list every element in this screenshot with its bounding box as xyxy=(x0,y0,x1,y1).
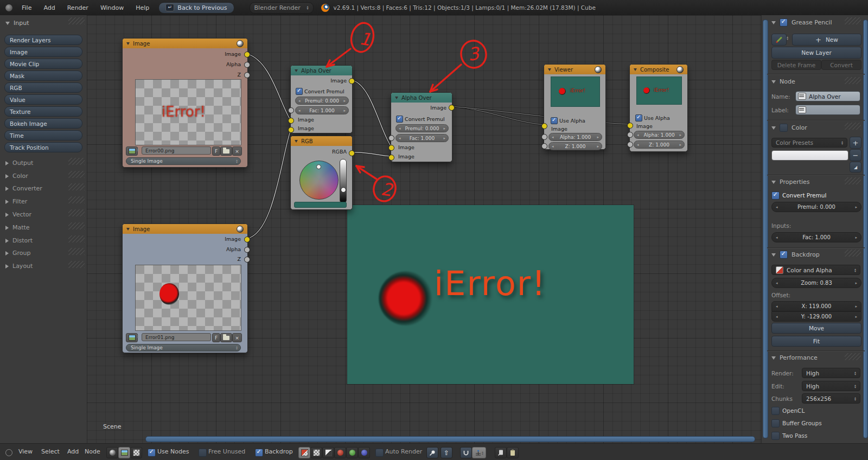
backdrop-channel-dropdown[interactable]: Color and Alpha ▴▾ xyxy=(771,265,860,275)
node-image-error00[interactable]: Image Image Alpha Z iError! ▴▾ Error00.p… xyxy=(122,38,248,168)
color-preset-remove-button[interactable]: − xyxy=(850,149,861,161)
backdrop-offset-y-slider[interactable]: ◂Y: -129.000▸ xyxy=(771,311,861,322)
gp-convert-button[interactable]: Convert xyxy=(821,60,861,70)
color-preset-add-button[interactable]: + xyxy=(850,137,861,149)
panel-distort-header[interactable]: Distort xyxy=(5,237,33,244)
socket-image-output[interactable] xyxy=(244,237,250,242)
node-alpha-over-1[interactable]: Alpha Over Image Convert Premul ◂Premul:… xyxy=(290,65,353,133)
panel-drag-hatch[interactable] xyxy=(68,235,85,242)
node-image-error01-header[interactable]: Image xyxy=(123,224,247,234)
backdrop-red-channel-button[interactable] xyxy=(334,447,346,458)
panel-vector-header[interactable]: Vector xyxy=(5,211,31,218)
rgb-color-swatch[interactable] xyxy=(294,202,347,208)
backdrop-panel-header[interactable]: Backdrop xyxy=(771,251,820,259)
panel-output-header[interactable]: Output xyxy=(5,159,33,167)
panel-layout-header[interactable]: Layout xyxy=(5,263,33,270)
node-label-field[interactable] xyxy=(795,105,860,115)
socket-rgba-output[interactable] xyxy=(349,150,355,156)
panel-drag-hatch[interactable] xyxy=(68,222,85,229)
chunks-dropdown[interactable]: 256x256 ▴▾ xyxy=(802,393,860,404)
auto-render-checkbox[interactable] xyxy=(375,449,384,457)
add-node-value-button[interactable]: Value xyxy=(4,94,82,105)
socket-image-output[interactable] xyxy=(244,52,250,58)
node-viewer[interactable]: Viewer iError! Use Alpha Image ◂Alpha: 1… xyxy=(544,64,606,150)
image-source-dropdown[interactable]: Single Image ▴▾ xyxy=(126,157,241,165)
node-image-error00-header[interactable]: Image xyxy=(123,39,247,48)
blender-menu-icon[interactable] xyxy=(5,4,12,11)
menu-add[interactable]: Add xyxy=(37,4,61,11)
panel-drag-hatch[interactable] xyxy=(68,248,85,255)
menu-window[interactable]: Window xyxy=(94,4,130,11)
shader-nodes-button[interactable] xyxy=(106,447,118,458)
horizontal-scrollbar[interactable] xyxy=(145,436,755,442)
preview-sphere-icon[interactable] xyxy=(237,40,244,47)
use-alpha-checkbox[interactable] xyxy=(551,117,558,124)
collapse-triangle-icon[interactable] xyxy=(126,228,130,231)
gp-new-button[interactable]: + New xyxy=(792,34,861,46)
socket-alpha-input[interactable] xyxy=(541,134,547,140)
socket-image-input[interactable] xyxy=(627,123,633,129)
free-unused-checkbox[interactable] xyxy=(199,449,207,457)
value-slider[interactable] xyxy=(340,159,347,203)
socket-z-output[interactable] xyxy=(244,72,250,78)
open-file-button[interactable] xyxy=(220,146,232,156)
socket-image-output[interactable] xyxy=(349,78,355,84)
custom-color-swatch[interactable] xyxy=(771,150,848,161)
backdrop-checkbox[interactable] xyxy=(255,449,263,457)
menu-help[interactable]: Help xyxy=(130,4,155,11)
node-alpha-over-2[interactable]: Alpha Over Image Convert Premul ◂Premul:… xyxy=(391,92,452,162)
socket-image-input-1[interactable] xyxy=(388,145,394,151)
panel-color-header[interactable]: Color xyxy=(5,173,28,180)
stepper-arrows-icon[interactable]: ▴▾ xyxy=(137,148,139,152)
color-presets-dropdown[interactable]: Color Presets ▴▾ xyxy=(771,138,847,148)
add-node-mask-button[interactable]: Mask xyxy=(4,71,82,81)
node-alpha-over-2-header[interactable]: Alpha Over xyxy=(391,93,452,103)
panel-drag-hatch[interactable] xyxy=(845,177,861,184)
socket-z-input[interactable] xyxy=(627,142,633,148)
socket-alpha-output[interactable] xyxy=(244,247,250,253)
stepper-arrows-icon[interactable]: ▴▾ xyxy=(787,36,788,40)
socket-z-input[interactable] xyxy=(541,143,547,149)
add-node-movie-clip-button[interactable]: Movie Clip xyxy=(4,59,82,69)
texture-nodes-button[interactable] xyxy=(130,447,142,458)
fake-user-button[interactable]: F xyxy=(212,333,220,342)
panel-filter-header[interactable]: Filter xyxy=(5,198,27,205)
backdrop-value-button[interactable] xyxy=(322,447,334,458)
copy-nodes-button[interactable] xyxy=(495,447,507,458)
compositing-nodes-button[interactable] xyxy=(118,447,130,458)
node-rgb-header[interactable]: RGB xyxy=(291,136,352,146)
color-panel-header[interactable]: Color xyxy=(771,124,807,132)
image-datablock-button[interactable] xyxy=(126,333,138,342)
node-composite[interactable]: Composite iError! Use Alpha Image ◂Alpha… xyxy=(629,64,688,152)
panel-drag-hatch[interactable] xyxy=(845,17,861,24)
fake-user-button[interactable]: F xyxy=(212,146,220,156)
z-slider[interactable]: ◂Z: 1.000▸ xyxy=(548,142,602,150)
convert-premul-checkbox[interactable] xyxy=(771,191,780,200)
panel-input-header[interactable]: Input xyxy=(5,20,29,27)
node-rgb[interactable]: RGB RGBA xyxy=(290,136,353,210)
render-quality-dropdown[interactable]: High ▴▾ xyxy=(802,368,860,378)
buffer-groups-checkbox[interactable] xyxy=(771,419,780,427)
panel-drag-hatch[interactable] xyxy=(845,77,861,84)
backdrop-move-button[interactable]: Move xyxy=(771,323,861,334)
paste-nodes-button[interactable] xyxy=(507,447,519,458)
preview-sphere-icon[interactable] xyxy=(237,226,244,233)
value-slider-handle[interactable] xyxy=(341,187,346,193)
panel-drag-hatch[interactable] xyxy=(68,158,85,165)
socket-alpha-input[interactable] xyxy=(627,132,633,138)
backdrop-blue-channel-button[interactable] xyxy=(358,447,370,458)
properties-panel-header[interactable]: Properties xyxy=(771,178,810,186)
panel-drag-hatch[interactable] xyxy=(845,250,861,257)
add-node-image-button[interactable]: Image xyxy=(4,47,82,57)
backdrop-zoom-slider[interactable]: ◂Zoom: 0.83▸ xyxy=(771,278,861,288)
node-composite-header[interactable]: Composite xyxy=(630,65,687,74)
collapse-triangle-icon[interactable] xyxy=(395,97,398,99)
image-filename-field[interactable]: Error01.png xyxy=(142,333,211,341)
z-slider[interactable]: ◂Z: 1.000▸ xyxy=(634,140,685,149)
node-panel-header[interactable]: Node xyxy=(771,78,795,85)
add-node-texture-button[interactable]: Texture xyxy=(4,106,82,117)
panel-drag-hatch[interactable] xyxy=(68,196,85,203)
two-pass-checkbox[interactable] xyxy=(771,432,780,440)
menu-add[interactable]: Add xyxy=(67,448,79,455)
menu-view[interactable]: View xyxy=(18,448,33,455)
